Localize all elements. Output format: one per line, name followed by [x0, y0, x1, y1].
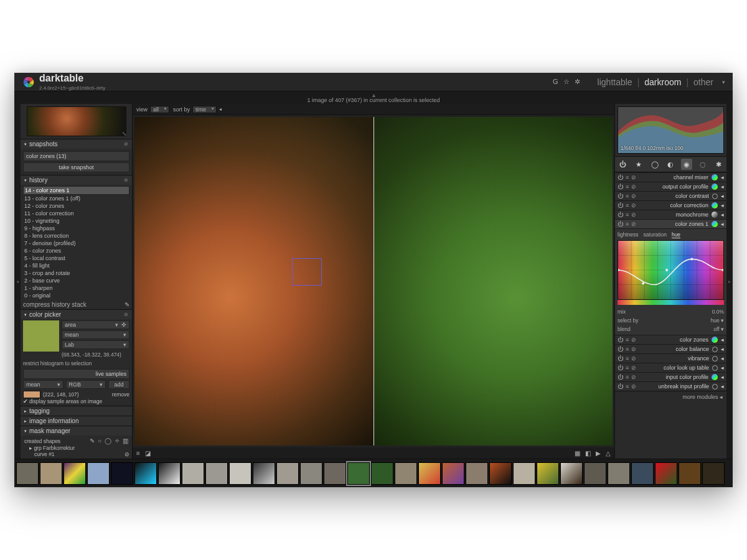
quick-preset-icon[interactable]: ≡	[136, 450, 140, 457]
snapshot-item[interactable]: color zones (13)	[23, 151, 129, 161]
multi-icon[interactable]: ≡	[626, 202, 629, 208]
module-row[interactable]: ⏻≡⊘output color profile◂	[615, 182, 726, 191]
filmstrip-thumb[interactable]	[537, 462, 559, 485]
chevron-icon[interactable]: ◂	[721, 212, 724, 218]
module-row[interactable]: ⏻≡⊘monochrome◂	[615, 210, 726, 219]
filmstrip-thumb[interactable]	[324, 462, 346, 485]
chevron-icon[interactable]: ◂	[721, 221, 724, 227]
picker-stat-select[interactable]: mean▾	[62, 330, 129, 339]
history-item[interactable]: 5 - local contrast	[23, 254, 129, 262]
filmstrip-thumb[interactable]	[276, 462, 299, 485]
module-row[interactable]: ⏻≡⊘color balance◂	[615, 344, 726, 353]
snapshot-split-line[interactable]	[374, 117, 374, 446]
multi-icon[interactable]: ≡	[626, 365, 629, 371]
power-icon[interactable]: ⏻	[618, 221, 623, 227]
filmstrip-thumb[interactable]	[584, 462, 606, 485]
power-icon[interactable]: ⏻	[618, 374, 623, 380]
right-rail-collapse[interactable]: ▸	[726, 104, 733, 459]
mask-curve[interactable]: curve #1⊘	[23, 451, 129, 457]
history-item[interactable]: 11 - color correction	[23, 210, 129, 217]
views-caret-icon[interactable]: ▾	[722, 79, 725, 85]
history-item[interactable]: 14 - color zones 1	[23, 186, 129, 195]
reset-icon[interactable]: ⊘	[631, 221, 636, 227]
image-preview[interactable]	[134, 117, 613, 446]
reset-icon[interactable]: ⊘	[631, 202, 636, 208]
sample-add-button[interactable]: add	[108, 380, 129, 389]
view-lighttable[interactable]: lighttable	[598, 77, 632, 87]
color-picker-rect[interactable]	[292, 258, 322, 286]
module-row[interactable]: ⏻≡⊘vibrance◂	[615, 353, 726, 363]
color-picker-reset-icon[interactable]: ⊘	[124, 312, 128, 317]
filmstrip-thumb[interactable]	[158, 462, 181, 485]
brush-icon[interactable]: ✎	[90, 437, 95, 444]
left-rail-collapse[interactable]: ◂	[14, 104, 21, 459]
circle-mask-icon[interactable]: ○	[98, 437, 101, 444]
filmstrip-thumb[interactable]	[87, 462, 110, 485]
filmstrip-thumb[interactable]	[442, 462, 464, 485]
histogram[interactable]: 1/640 f/4.0 102mm iso 100	[618, 106, 724, 154]
history-item[interactable]: 3 - crop and rotate	[23, 269, 129, 277]
module-group-tab[interactable]: ◉	[681, 159, 692, 170]
mask-group[interactable]: ▸ grp Farbkorrektur	[23, 445, 129, 451]
sort-dir-icon[interactable]: ◂	[219, 106, 222, 112]
module-group-tab[interactable]: ★	[633, 159, 644, 170]
filmstrip-thumb[interactable]	[40, 462, 62, 485]
module-row[interactable]: ⏻≡⊘color look up table◂	[615, 363, 726, 372]
cz-tab[interactable]: hue	[672, 231, 680, 238]
module-row[interactable]: ⏻≡⊘channel mixer◂	[615, 172, 726, 182]
reset-icon[interactable]: ⊘	[631, 184, 636, 190]
module-group-tab[interactable]: ⏻	[618, 159, 629, 170]
module-row[interactable]: ⏻≡⊘input color profile◂	[615, 372, 726, 381]
navigation-thumbnail[interactable]: ⤡	[27, 106, 126, 136]
image-info-header[interactable]: ▸image information	[21, 416, 132, 426]
history-header[interactable]: ▾history ⊘	[21, 175, 132, 185]
filmstrip-thumb[interactable]	[347, 462, 370, 485]
chevron-icon[interactable]: ◂	[721, 184, 724, 190]
g-icon[interactable]: G	[553, 78, 558, 86]
module-row[interactable]: ⏻≡⊘color zones 1◂	[615, 219, 726, 228]
history-item[interactable]: 1 - sharpen	[23, 284, 129, 292]
chevron-icon[interactable]: ◂	[721, 355, 724, 362]
module-group-tab[interactable]: ✱	[713, 159, 724, 170]
chevron-icon[interactable]: ◂	[721, 174, 724, 180]
history-item[interactable]: 2 - base curve	[23, 277, 129, 284]
module-group-tab[interactable]: ◯	[649, 159, 660, 170]
filmstrip-thumb[interactable]	[182, 462, 204, 485]
underexpose-icon[interactable]: ◧	[585, 450, 591, 457]
filmstrip-thumb[interactable]	[466, 462, 488, 485]
filmstrip-thumb[interactable]	[560, 462, 583, 485]
module-row[interactable]: ⏻≡⊘color zones◂	[615, 335, 726, 344]
filmstrip-thumb[interactable]	[111, 462, 133, 485]
sample-remove[interactable]: remove	[112, 391, 129, 398]
reset-icon[interactable]: ⊘	[631, 212, 636, 218]
path-mask-icon[interactable]: ✧	[115, 437, 120, 444]
module-row[interactable]: ⏻≡⊘color contrast◂	[615, 191, 726, 200]
overexpose-icon[interactable]: ▦	[575, 450, 580, 457]
filmstrip-thumb[interactable]	[229, 462, 251, 485]
resize-handle-icon[interactable]: ⤡	[122, 131, 127, 137]
filmstrip-thumb[interactable]	[655, 462, 677, 485]
more-modules[interactable]: more modules ◂	[615, 391, 726, 403]
color-picker-header[interactable]: ▾color picker ⊘	[21, 310, 132, 319]
chevron-icon[interactable]: ◂	[721, 374, 724, 380]
chevron-icon[interactable]: ◂	[721, 383, 724, 390]
reset-icon[interactable]: ⊘	[631, 193, 636, 199]
power-icon[interactable]: ⏻	[618, 383, 623, 390]
reset-icon[interactable]: ⊘	[631, 346, 636, 352]
multi-icon[interactable]: ≡	[626, 184, 629, 190]
cz-tab[interactable]: saturation	[644, 231, 667, 238]
styles-icon[interactable]: ✎	[125, 301, 129, 308]
power-icon[interactable]: ⏻	[618, 346, 623, 352]
view-other[interactable]: other	[693, 77, 713, 87]
reset-icon[interactable]: ⊘	[631, 365, 636, 371]
history-item[interactable]: 0 - original	[23, 292, 129, 299]
filmstrip-thumb[interactable]	[631, 462, 654, 485]
cz-tab[interactable]: lightness	[618, 231, 639, 238]
power-icon[interactable]: ⏻	[618, 202, 623, 208]
chevron-icon[interactable]: ◂	[721, 346, 724, 352]
color-zones-graph[interactable]	[618, 240, 724, 300]
softproof-icon[interactable]: ▶	[596, 450, 601, 457]
history-item[interactable]: 8 - lens correction	[23, 232, 129, 240]
power-icon[interactable]: ⏻	[618, 212, 623, 218]
power-icon[interactable]: ⏻	[618, 184, 623, 190]
